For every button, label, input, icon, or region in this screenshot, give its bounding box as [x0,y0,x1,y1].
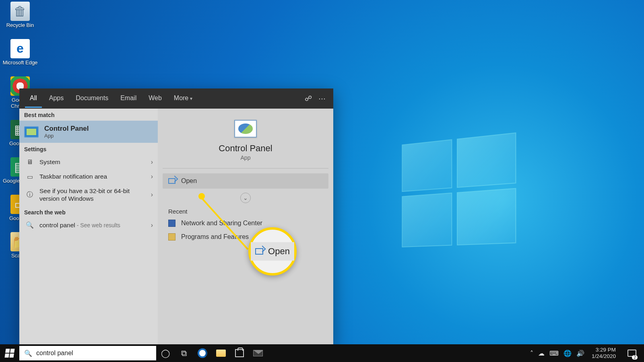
settings-item-label: System [39,158,60,166]
start-button[interactable] [0,344,19,362]
settings-item-taskbar-notification[interactable]: ▭ Taskbar notification area › [19,169,158,184]
open-icon [168,178,175,184]
monitor-icon: 🖥 [26,158,34,166]
clock-date: 1/24/2020 [592,353,616,360]
web-search-term: control panel [39,222,75,228]
hero-title: Control Panel [219,143,272,154]
recent-label: Recent [163,205,328,216]
settings-item-bit-version[interactable]: ⓘ See if you have a 32-bit or 64-bit ver… [19,184,158,206]
desktop-icon-label: Microsoft Edge [2,60,38,66]
mail-icon [253,350,263,356]
action-center-button[interactable]: 2 [623,344,641,362]
tab-email[interactable]: Email [116,90,141,108]
store-icon [235,349,244,357]
taskbar-file-explorer[interactable] [212,344,230,362]
search-right-column: Control Panel App Open ⌄ Recent Network … [158,109,333,346]
search-web-label: Search the web [19,206,158,218]
desktop-icon-edge[interactable]: e Microsoft Edge [2,39,38,66]
info-icon: ⓘ [26,191,34,199]
hero-subtitle: App [241,154,251,161]
taskbar-mail[interactable] [249,344,267,362]
chevron-right-icon: › [151,158,153,166]
taskbar-clock[interactable]: 3:29 PM 1/24/2020 [589,347,618,359]
taskbar-edge[interactable] [193,344,212,362]
tab-web[interactable]: Web [144,90,167,108]
search-left-column: Best match Control Panel App Settings 🖥 … [19,109,158,346]
search-icon: 🔍 [24,350,32,357]
folder-icon [216,350,226,357]
programs-icon [168,233,175,241]
recycle-bin-icon: 🗑 [10,2,30,21]
web-search-row[interactable]: 🔍 control panel - See web results › [19,218,158,232]
notification-count: 2 [632,355,638,360]
network-icon [168,220,175,227]
panel-more-icon[interactable]: ⋯ [316,94,328,103]
annotation-zoom-label: Open [268,246,290,257]
tray-chevron-up-icon[interactable]: ˄ [530,350,533,357]
settings-item-label: Taskbar notification area [39,173,107,180]
best-match-result[interactable]: Control Panel App [19,121,158,143]
system-tray: ˄ ☁ ⌨ 🌐 🔊 3:29 PM 1/24/2020 2 [530,344,644,362]
search-tabs: All Apps Documents Email Web More ☍ ⋯ [19,88,333,109]
edge-icon: e [10,39,30,58]
edge-icon [198,348,207,358]
expand-actions-button[interactable]: ⌄ [240,193,251,203]
settings-item-system[interactable]: 🖥 System › [19,155,158,169]
control-panel-icon [24,126,39,138]
control-panel-large-icon [234,120,257,138]
start-search-panel: All Apps Documents Email Web More ☍ ⋯ Be… [19,88,333,346]
tab-apps[interactable]: Apps [44,90,68,108]
web-search-hint: - See web results [75,222,120,228]
recent-item-network[interactable]: Network and Sharing Center [163,216,328,230]
result-hero: Control Panel App [163,109,328,169]
search-icon: 🔍 [26,221,34,229]
taskbar-search-input[interactable] [36,350,151,357]
tray-network-icon[interactable]: 🌐 [564,350,572,357]
cortana-button[interactable]: ◯ [156,344,175,362]
chevron-right-icon: › [151,222,153,229]
tray-volume-icon[interactable]: 🔊 [576,350,584,357]
windows-logo-icon [4,349,14,358]
open-action[interactable]: Open [163,173,328,189]
feedback-icon[interactable]: ☍ [303,94,314,103]
tab-more[interactable]: More [169,90,197,108]
tab-documents[interactable]: Documents [71,90,113,108]
clock-time: 3:29 PM [592,347,616,353]
tray-input-icon[interactable]: ⌨ [549,350,559,357]
taskbar-search-box[interactable]: 🔍 [19,346,156,360]
wallpaper-windows-logo [402,132,516,247]
best-match-label: Best match [19,109,158,121]
chevron-right-icon: › [151,173,153,180]
settings-label: Settings [19,143,158,155]
best-match-title: Control Panel [44,125,89,133]
settings-item-label: See if you have a 32-bit or 64-bit versi… [39,187,136,203]
taskbar: 🔍 ◯ ⧉ ˄ ☁ ⌨ 🌐 🔊 3:29 PM 1/24/2020 2 [0,344,644,362]
annotation-zoom-circle: Open [248,227,297,276]
open-icon [255,248,263,255]
recent-item-programs[interactable]: Programs and Features [163,230,328,244]
taskbar-store[interactable] [230,344,249,362]
desktop-icon-recycle-bin[interactable]: 🗑 Recycle Bin [2,2,38,29]
tab-all[interactable]: All [25,90,42,108]
open-label: Open [181,177,197,185]
desktop-icon-label: Recycle Bin [2,23,38,29]
task-view-button[interactable]: ⧉ [175,344,193,362]
best-match-subtitle: App [44,133,89,139]
tray-onedrive-icon[interactable]: ☁ [538,350,545,357]
chevron-right-icon: › [151,191,153,198]
taskbar-icon: ▭ [26,173,34,181]
